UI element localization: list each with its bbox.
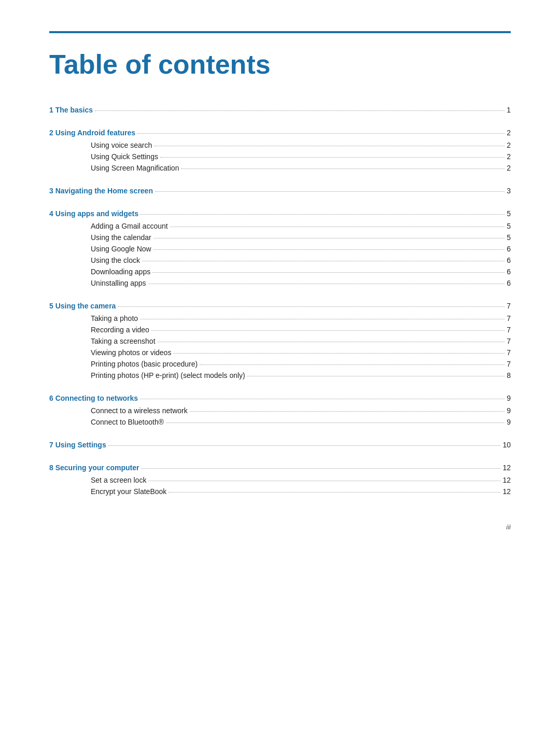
section-block-4: 4 Using apps and widgets5Adding a Gmail …	[49, 209, 511, 287]
sub-page-5-1: 7	[507, 326, 511, 334]
sub-page-4-4: 6	[507, 268, 511, 276]
sub-text-4-0: Adding a Gmail account	[91, 222, 168, 230]
section-link-6[interactable]: 6 Connecting to networks	[49, 394, 138, 402]
sub-entry-5-0: Taking a photo7	[91, 314, 511, 322]
sub-dots-4-5	[148, 284, 505, 284]
sub-dots-6-1	[166, 423, 505, 423]
sub-entry-2-2: Using Screen Magnification2	[91, 164, 511, 172]
sub-entry-5-1: Recording a video7	[91, 326, 511, 334]
dots-8	[141, 468, 500, 469]
sub-text-2-2: Using Screen Magnification	[91, 164, 179, 172]
sub-page-2-2: 2	[507, 164, 511, 172]
page-num-5: 7	[507, 302, 511, 310]
sub-dots-4-4	[152, 272, 505, 273]
sub-dots-5-4	[200, 364, 505, 365]
sub-text-2-0: Using voice search	[91, 141, 152, 149]
section-block-8: 8 Securing your computer12Set a screen l…	[49, 463, 511, 496]
sub-page-4-5: 6	[507, 279, 511, 287]
sub-text-5-1: Recording a video	[91, 326, 149, 334]
sub-dots-5-3	[173, 353, 505, 354]
section-link-4[interactable]: 4 Using apps and widgets	[49, 209, 138, 218]
page-num-8: 12	[502, 463, 511, 472]
section-header-row-7: 7 Using Settings10	[49, 441, 511, 449]
sub-dots-2-2	[181, 168, 505, 169]
sub-text-4-5: Uninstalling apps	[91, 279, 146, 287]
sub-entries-5: Taking a photo7Recording a video7Taking …	[49, 314, 511, 379]
sub-entry-6-1: Connect to Bluetooth®9	[91, 418, 511, 426]
dots-2	[137, 133, 505, 134]
sub-page-4-3: 6	[507, 256, 511, 264]
sub-text-5-2: Taking a screenshot	[91, 337, 156, 345]
section-link-7[interactable]: 7 Using Settings	[49, 441, 106, 449]
sub-entry-4-3: Using the clock6	[91, 256, 511, 264]
sub-text-4-1: Using the calendar	[91, 233, 151, 242]
sub-entry-5-5: Printing photos (HP e-print) (select mod…	[91, 371, 511, 379]
dots-3	[155, 191, 505, 192]
section-header-row-8: 8 Securing your computer12	[49, 463, 511, 472]
section-block-2: 2 Using Android features2Using voice sea…	[49, 129, 511, 172]
section-link-3[interactable]: 3 Navigating the Home screen	[49, 187, 153, 195]
sub-text-4-2: Using Google Now	[91, 245, 151, 253]
dots-7	[108, 445, 501, 446]
sub-entry-2-0: Using voice search2	[91, 141, 511, 149]
section-header-row-3: 3 Navigating the Home screen3	[49, 187, 511, 195]
dots-6	[140, 399, 505, 399]
section-link-5[interactable]: 5 Using the camera	[49, 302, 116, 310]
sub-entry-5-3: Viewing photos or videos7	[91, 348, 511, 357]
sub-text-5-5: Printing photos (HP e-print) (select mod…	[91, 371, 245, 379]
page-num-3: 3	[507, 187, 511, 195]
section-link-1[interactable]: 1 The basics	[49, 106, 93, 114]
sub-page-5-5: 8	[507, 371, 511, 379]
sub-page-2-0: 2	[507, 141, 511, 149]
sub-page-5-4: 7	[507, 360, 511, 368]
sub-page-4-2: 6	[507, 245, 511, 253]
page-title: Table of contents	[49, 49, 511, 80]
page-num-6: 9	[507, 394, 511, 402]
dots-4	[141, 214, 505, 215]
sub-dots-5-2	[158, 342, 505, 342]
sub-dots-4-1	[153, 238, 505, 238]
sub-text-8-0: Set a screen lock	[91, 476, 146, 484]
sub-entry-6-0: Connect to a wireless network9	[91, 406, 511, 415]
sub-page-6-1: 9	[507, 418, 511, 426]
sub-entry-5-2: Taking a screenshot7	[91, 337, 511, 345]
sub-dots-4-3	[142, 261, 505, 261]
section-header-row-4: 4 Using apps and widgets5	[49, 209, 511, 218]
sub-entries-6: Connect to a wireless network9Connect to…	[49, 406, 511, 426]
section-header-row-1: 1 The basics1	[49, 106, 511, 114]
sub-text-6-0: Connect to a wireless network	[91, 406, 188, 415]
page-num-2: 2	[507, 129, 511, 137]
sub-dots-8-1	[169, 492, 500, 493]
sub-entry-4-1: Using the calendar5	[91, 233, 511, 242]
section-header-row-2: 2 Using Android features2	[49, 129, 511, 137]
sub-text-4-4: Downloading apps	[91, 268, 150, 276]
sub-dots-4-0	[170, 227, 505, 227]
section-block-6: 6 Connecting to networks9Connect to a wi…	[49, 394, 511, 426]
section-link-2[interactable]: 2 Using Android features	[49, 129, 135, 137]
page-container: Table of contents 1 The basics12 Using A…	[0, 0, 560, 552]
page-footer: iii	[506, 523, 511, 531]
sub-dots-2-1	[160, 157, 505, 158]
sub-text-2-1: Using Quick Settings	[91, 152, 158, 161]
sub-page-8-0: 12	[502, 476, 511, 484]
section-block-3: 3 Navigating the Home screen3	[49, 187, 511, 195]
dots-1	[95, 110, 505, 111]
toc-content: 1 The basics12 Using Android features2Us…	[49, 106, 511, 496]
section-link-8[interactable]: 8 Securing your computer	[49, 463, 139, 472]
sub-text-5-4: Printing photos (basic procedure)	[91, 360, 198, 368]
sub-entry-4-4: Downloading apps6	[91, 268, 511, 276]
sub-page-4-1: 5	[507, 233, 511, 242]
sub-text-8-1: Encrypt your SlateBook	[91, 487, 166, 496]
sub-entries-2: Using voice search2Using Quick Settings2…	[49, 141, 511, 172]
sub-dots-2-0	[154, 146, 505, 146]
sub-entry-4-0: Adding a Gmail account5	[91, 222, 511, 230]
sub-entries-4: Adding a Gmail account5Using the calenda…	[49, 222, 511, 287]
section-block-7: 7 Using Settings10	[49, 441, 511, 449]
sub-dots-8-0	[148, 481, 500, 481]
sub-entry-8-1: Encrypt your SlateBook12	[91, 487, 511, 496]
sub-page-6-0: 9	[507, 406, 511, 415]
sub-dots-4-2	[153, 249, 505, 250]
sub-dots-5-5	[247, 376, 505, 376]
sub-dots-5-0	[140, 319, 505, 319]
sub-page-8-1: 12	[502, 487, 511, 496]
